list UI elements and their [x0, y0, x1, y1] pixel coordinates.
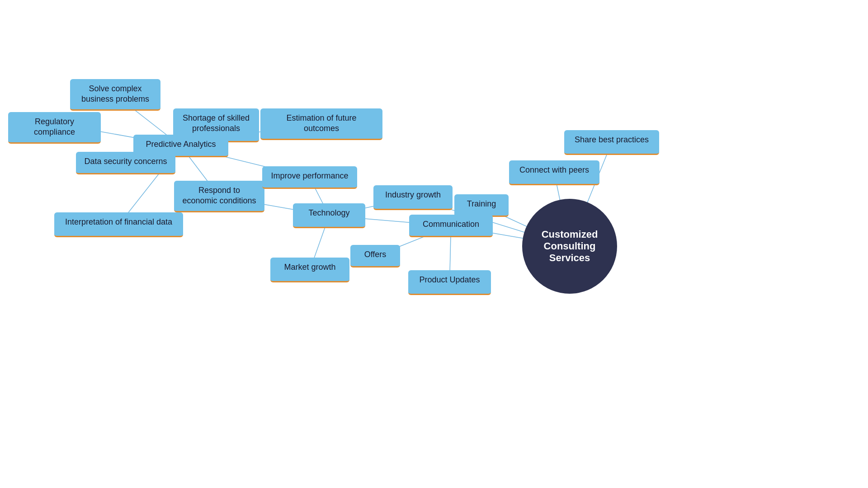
- connections-svg: [0, 0, 868, 488]
- improve-performance[interactable]: Improve performance: [262, 166, 357, 189]
- customized-consulting[interactable]: Customized Consulting Services: [522, 199, 617, 294]
- communication[interactable]: Communication: [409, 215, 493, 237]
- market-growth[interactable]: Market growth: [270, 258, 349, 282]
- estimation-future[interactable]: Estimation of future outcomes: [260, 108, 382, 140]
- respond-economic[interactable]: Respond to economic conditions: [174, 181, 264, 212]
- industry-growth[interactable]: Industry growth: [373, 185, 453, 210]
- share-best[interactable]: Share best practices: [564, 130, 659, 155]
- regulatory[interactable]: Regulatory compliance: [8, 112, 101, 144]
- offers[interactable]: Offers: [350, 245, 400, 267]
- solve-complex[interactable]: Solve complex business problems: [70, 79, 160, 111]
- product-updates[interactable]: Product Updates: [408, 270, 491, 295]
- connect-peers[interactable]: Connect with peers: [509, 160, 599, 185]
- technology[interactable]: Technology: [293, 203, 365, 228]
- data-security[interactable]: Data security concerns: [76, 152, 175, 174]
- interpretation-fin[interactable]: Interpretation of financial data: [54, 212, 183, 237]
- training[interactable]: Training: [454, 194, 509, 217]
- diagram-container: Customized Consulting ServicesSolve comp…: [0, 0, 868, 488]
